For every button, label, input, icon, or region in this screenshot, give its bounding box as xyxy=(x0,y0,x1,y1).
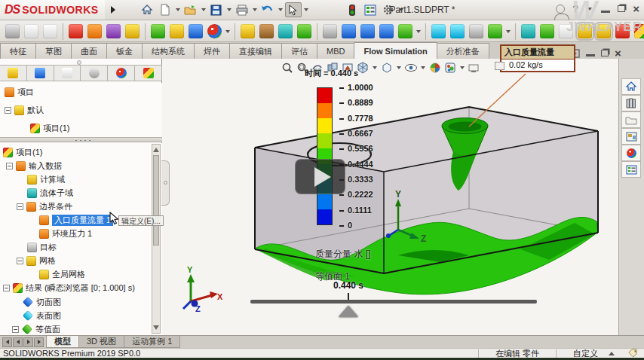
toolbar-diamond-dropdown-icon[interactable] xyxy=(506,30,511,33)
select-dropdown-icon[interactable] xyxy=(304,8,308,11)
toolbar-recycle-dropdown-icon[interactable] xyxy=(416,30,421,33)
view-settings-icon[interactable] xyxy=(468,61,481,75)
display-style-dropdown-icon[interactable] xyxy=(397,66,401,69)
tree-item[interactable]: 边界条件 xyxy=(39,201,72,212)
minimize-button[interactable] xyxy=(601,11,610,13)
doc-minimize-button[interactable] xyxy=(586,54,595,56)
scroll-up-icon[interactable] xyxy=(153,146,159,152)
toolbar-icon-run-play[interactable] xyxy=(297,24,311,38)
tab-configuration-manager[interactable] xyxy=(54,66,81,81)
toolbar-icon-blue-panel[interactable] xyxy=(360,24,375,38)
hide-show-dropdown-icon[interactable] xyxy=(421,66,425,69)
toolbar-icon-notepad-pencil[interactable] xyxy=(125,24,140,38)
hide-show-items-icon[interactable] xyxy=(404,61,418,75)
tree-item[interactable]: 目标 xyxy=(40,242,57,253)
tag-icon[interactable] xyxy=(628,349,639,358)
tree-item[interactable]: 默认 xyxy=(27,105,44,116)
tab-motion-study[interactable]: 运动算例 1 xyxy=(124,336,180,348)
save-icon[interactable] xyxy=(208,2,225,17)
tree-item[interactable]: 切面图 xyxy=(36,297,61,308)
toolbar-icon-recycle-green[interactable] xyxy=(398,24,412,38)
doc-restore-button[interactable] xyxy=(601,50,609,56)
taskpane-appearances-tab[interactable] xyxy=(621,145,641,161)
tab-features[interactable]: 特征 xyxy=(0,43,36,59)
expander-icon[interactable] xyxy=(3,285,10,291)
tab-3d-views[interactable]: 3D 视图 xyxy=(78,336,124,348)
taskpane-home-tab[interactable] xyxy=(621,78,641,95)
taskpane-design-library-tab[interactable] xyxy=(621,95,641,111)
callout-grip[interactable] xyxy=(495,62,504,70)
open-icon[interactable] xyxy=(182,2,199,17)
tab-part-features[interactable] xyxy=(0,66,27,81)
tab-feature-manager[interactable] xyxy=(27,66,54,81)
toolbar-icon-chart-green[interactable] xyxy=(521,24,535,38)
expander-icon[interactable] xyxy=(17,258,23,264)
tab-structure-system[interactable]: 结构系统 xyxy=(142,43,195,59)
toolbar-icon-doc-pencil[interactable] xyxy=(559,24,573,38)
tab-sketch[interactable]: 草图 xyxy=(35,43,72,59)
toolbar-icon-cyan-diamond-arrows[interactable] xyxy=(431,24,446,38)
tab-evaluate[interactable]: 评估 xyxy=(281,43,317,59)
tree-item[interactable]: 全局网格 xyxy=(52,269,85,280)
expander-icon[interactable] xyxy=(12,326,19,333)
boundary-condition-callout[interactable]: 入口质量流量 0.02 kg/s xyxy=(500,44,575,72)
menu-flyout-icon[interactable] xyxy=(111,6,115,14)
tree-item[interactable]: 输入数据 xyxy=(29,160,62,172)
print-icon[interactable] xyxy=(234,2,250,17)
toolbar-icon-probe-measure[interactable] xyxy=(634,24,644,38)
tree-item[interactable]: 表面图 xyxy=(36,310,61,322)
tree-item[interactable]: 计算域 xyxy=(40,174,65,185)
toolbar-icon-image-green[interactable] xyxy=(151,24,165,38)
panel-flyout-handle[interactable] xyxy=(161,160,170,206)
toolbar-icon-pink-document[interactable] xyxy=(69,24,83,38)
toolbar-icon-wizard-wand[interactable] xyxy=(5,24,20,38)
tree-item[interactable]: 流体子域 xyxy=(40,188,73,199)
toolbar-icon-box-magnifier[interactable] xyxy=(106,24,121,38)
tree-splitter[interactable] xyxy=(0,137,162,142)
help-icon[interactable]: ? xyxy=(572,3,578,14)
save-dropdown-icon[interactable] xyxy=(227,8,232,11)
toolbar-icon-floppy-save[interactable] xyxy=(379,24,394,38)
taskpane-custom-properties-tab[interactable] xyxy=(621,161,641,178)
scrollbar-thumb[interactable] xyxy=(153,155,159,246)
tab-direct-editing[interactable]: 直接编辑 xyxy=(229,43,282,59)
scroll-last-icon[interactable] xyxy=(34,337,44,347)
toolbar-icon-screwdriver[interactable] xyxy=(342,24,356,38)
tab-flow-simulation-tree[interactable] xyxy=(135,66,162,81)
expander-icon[interactable] xyxy=(6,163,13,169)
toolbar-icon-brown-box[interactable] xyxy=(259,24,274,38)
doc-close-button[interactable]: × xyxy=(615,47,621,59)
tab-model[interactable]: 模型 xyxy=(46,336,79,348)
select-cursor-icon[interactable] xyxy=(285,2,302,17)
help-dropdown-icon[interactable] xyxy=(587,8,592,11)
user-account-icon[interactable] xyxy=(556,5,565,14)
undo-dropdown-icon[interactable] xyxy=(278,8,283,11)
tree-item[interactable]: 结果 (瞬态浏览器 [0; 1.000] s) xyxy=(26,282,135,294)
edit-appearance-icon[interactable] xyxy=(428,61,442,75)
toolbar-icon-new-document[interactable] xyxy=(24,24,38,38)
close-button[interactable]: × xyxy=(633,3,639,14)
apply-scene-dropdown-icon[interactable] xyxy=(460,66,465,69)
restore-button[interactable] xyxy=(618,5,625,12)
toolbar-icon-binoculars[interactable] xyxy=(615,24,630,38)
toolbar-icon-cyan-diamond[interactable] xyxy=(450,24,465,38)
toolbar-icon-chart-flag[interactable] xyxy=(540,24,554,38)
tree-item[interactable]: 项目 xyxy=(17,87,34,98)
new-dropdown-icon[interactable] xyxy=(176,8,180,11)
toolbar-icon-monitor-red[interactable] xyxy=(87,24,102,38)
tab-surfaces[interactable]: 曲面 xyxy=(71,43,107,59)
expander-icon[interactable] xyxy=(17,203,23,210)
display-style-icon[interactable] xyxy=(380,61,394,75)
tab-dimxpert-manager[interactable] xyxy=(81,66,108,81)
slider-handle[interactable] xyxy=(339,306,358,317)
toolbar-icon-yellow-arrows[interactable] xyxy=(170,24,184,38)
undo-icon[interactable] xyxy=(259,2,276,17)
tab-mbd[interactable]: MBD xyxy=(317,43,354,59)
apply-scene-icon[interactable] xyxy=(443,61,457,75)
new-document-icon[interactable] xyxy=(157,2,173,17)
toolbar-icon-green-diamond[interactable] xyxy=(488,24,502,38)
zoom-fit-icon[interactable] xyxy=(281,61,294,75)
scroll-right-icon[interactable] xyxy=(23,337,33,347)
toolbar-icon-yellow-table[interactable] xyxy=(241,24,255,38)
view-orientation-dropdown-icon[interactable] xyxy=(373,66,377,69)
